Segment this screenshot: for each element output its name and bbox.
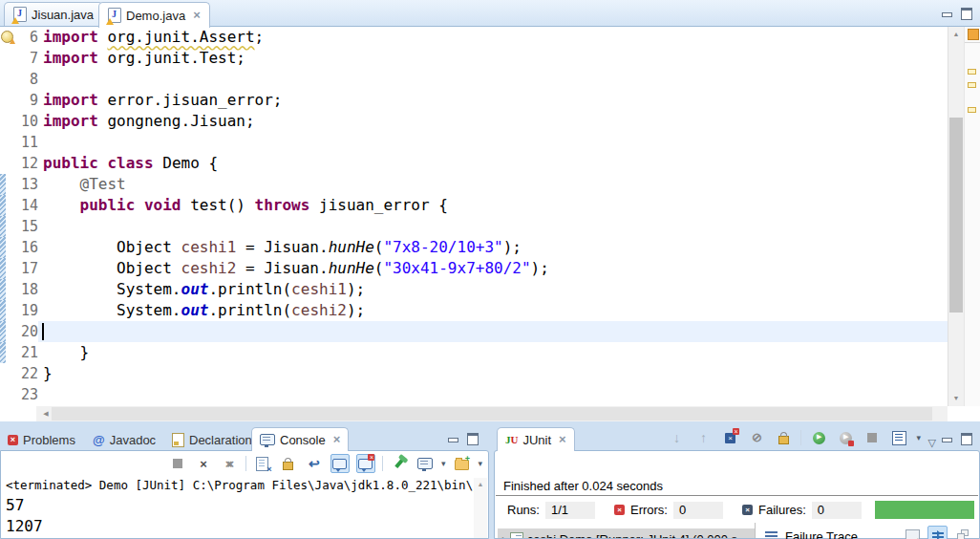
view-menu-button[interactable]: ▽: [928, 433, 936, 450]
javadoc-icon: @: [93, 433, 105, 447]
code-line-15[interactable]: 15: [0, 216, 948, 237]
pin-console-button[interactable]: [390, 454, 409, 473]
filter-stack-trace-button[interactable]: [927, 526, 948, 539]
show-console-on-stdout-button[interactable]: [330, 454, 350, 473]
code-line-22[interactable]: 22}: [0, 363, 948, 384]
scrollbar-thumb[interactable]: [949, 118, 963, 313]
tab-declaration[interactable]: Declaration: [172, 429, 252, 450]
tab-jisuan-java[interactable]: J Jisuan.java: [4, 2, 103, 26]
runs-value: 1/1: [545, 502, 595, 519]
code-line-11[interactable]: 11: [0, 132, 948, 153]
junit-test-tree[interactable]: › ceshi.Demo [Runner: JUnit 4] (0.000 s: [496, 523, 756, 538]
tab-problems[interactable]: × Problems: [8, 429, 75, 450]
tab-console[interactable]: Console ×: [251, 427, 349, 451]
code-line-13[interactable]: 13 @Test: [0, 174, 948, 195]
show-failures-only-button[interactable]: ×: [720, 428, 739, 447]
remove-all-launches-button[interactable]: ××: [220, 454, 239, 473]
chevron-down-icon[interactable]: ▾: [478, 459, 482, 468]
console-output-area[interactable]: <terminated> Demo [JUnit] C:\Program Fil…: [2, 476, 474, 538]
compare-result-button[interactable]: [952, 526, 972, 539]
overview-warning-indicator[interactable]: [968, 29, 979, 40]
failure-trace-toolbar: [903, 526, 972, 539]
console-view: × ×× × ↩ ▾ ▾ <terminated> Demo [JUnit] C…: [0, 450, 489, 539]
code-line-21[interactable]: 21 }: [0, 342, 948, 363]
terminate-button[interactable]: [168, 454, 187, 473]
code-line-12[interactable]: 12public class Demo {: [0, 153, 948, 174]
code-line-7[interactable]: 7import org.junit.Test;: [0, 48, 948, 69]
display-selected-console-button[interactable]: [415, 454, 435, 473]
junit-lower-area: › ceshi.Demo [Runner: JUnit 4] (0.000 s …: [496, 523, 978, 538]
word-wrap-button[interactable]: ↩: [305, 454, 324, 473]
rerun-failed-tests-button[interactable]: [836, 428, 855, 447]
scroll-up-icon[interactable]: ▲: [478, 481, 484, 487]
scroll-lock-button[interactable]: [279, 454, 298, 473]
show-trace-in-console-button[interactable]: [903, 526, 923, 539]
minimize-icon[interactable]: [448, 436, 458, 443]
scroll-down-icon[interactable]: ▼: [948, 391, 964, 406]
code-line-9[interactable]: 9import error.jisuan_error;: [0, 90, 948, 111]
code-line-8[interactable]: 8: [0, 69, 948, 90]
previous-failed-test-button[interactable]: ↑: [693, 428, 713, 447]
warning-mark[interactable]: [968, 107, 976, 113]
code-line-6[interactable]: 6import org.junit.Assert;: [0, 27, 948, 48]
clear-console-button[interactable]: ×: [253, 454, 272, 473]
console-output: 571207: [2, 495, 474, 537]
scrollbar-thumb[interactable]: [52, 407, 932, 420]
code-line-18[interactable]: 18 System.out.println(ceshi1);: [0, 279, 948, 300]
maximize-icon[interactable]: [961, 433, 972, 445]
minimize-icon[interactable]: [942, 11, 951, 18]
editor-window-buttons: [942, 8, 972, 20]
close-icon[interactable]: ×: [193, 11, 201, 20]
maximize-icon[interactable]: [467, 433, 479, 445]
quick-diff-changed-bar: [0, 237, 6, 258]
declaration-icon: [172, 433, 184, 447]
open-console-button[interactable]: [452, 454, 471, 473]
next-failed-test-button[interactable]: ↓: [667, 428, 686, 447]
code-line-14[interactable]: 14 public void test() throws jisuan_erro…: [0, 195, 948, 216]
tab-javadoc[interactable]: @ Javadoc: [93, 429, 156, 450]
scroll-lock-button[interactable]: [774, 428, 793, 447]
line-number: 9: [15, 90, 38, 111]
editor-horizontal-scrollbar[interactable]: ◀: [36, 406, 948, 421]
warning-mark[interactable]: [968, 82, 976, 88]
failures-value: 0: [812, 502, 862, 519]
console-scrollbar[interactable]: ▲: [474, 478, 487, 538]
chevron-down-icon[interactable]: ▾: [916, 433, 921, 442]
code-line-17[interactable]: 17 Object ceshi2 = Jisuan.hunHe("30x41-9…: [0, 258, 948, 279]
rerun-test-button[interactable]: [809, 428, 828, 447]
code-line-19[interactable]: 19 System.out.println(ceshi2);: [0, 300, 948, 321]
warning-mark[interactable]: [968, 69, 976, 75]
close-icon[interactable]: ×: [333, 435, 341, 444]
test-run-history-button[interactable]: [889, 428, 908, 447]
minimize-icon[interactable]: [942, 436, 951, 443]
show-console-on-stderr-button[interactable]: [356, 454, 375, 473]
tab-label: Declaration: [189, 433, 252, 447]
failures-icon: ×: [742, 505, 753, 515]
junit-window-buttons: [942, 433, 972, 445]
quickfix-warning-icon[interactable]: [1, 31, 13, 43]
test-suite-row[interactable]: › ceshi.Demo [Runner: JUnit 4] (0.000 s: [498, 528, 755, 538]
tab-demo-java[interactable]: J Demo.java ×: [98, 2, 210, 28]
close-icon[interactable]: ×: [559, 435, 566, 444]
stop-junit-button[interactable]: [863, 428, 882, 447]
show-skipped-tests-button[interactable]: ⊘: [747, 428, 766, 447]
code-line-23[interactable]: 23: [0, 384, 948, 405]
maximize-icon[interactable]: [961, 8, 972, 20]
code-line-16[interactable]: 16 Object ceshi1 = Jisuan.hunHe("7x8-20/…: [0, 237, 948, 258]
code-line-20[interactable]: 20: [0, 321, 948, 342]
editor-vertical-scrollbar[interactable]: ▲ ▼: [948, 27, 964, 406]
overview-ruler[interactable]: [964, 27, 980, 406]
quick-diff-changed-bar: [0, 195, 6, 216]
runs-label: Runs:: [507, 503, 540, 517]
code-editor[interactable]: 6import org.junit.Assert;7import org.jun…: [0, 27, 948, 406]
line-number: 18: [15, 279, 38, 300]
console-icon: [260, 434, 275, 445]
scroll-up-icon[interactable]: ▲: [948, 27, 964, 42]
errors-icon: ×: [614, 505, 625, 515]
remove-launch-button[interactable]: ×: [194, 454, 213, 473]
expand-chevron-icon[interactable]: ›: [501, 531, 506, 538]
tab-junit[interactable]: JU JUnit ×: [497, 427, 575, 451]
chevron-down-icon[interactable]: ▾: [441, 459, 446, 468]
tab-label: Javadoc: [110, 433, 156, 447]
code-line-10[interactable]: 10import gongneng.Jisuan;: [0, 111, 948, 132]
